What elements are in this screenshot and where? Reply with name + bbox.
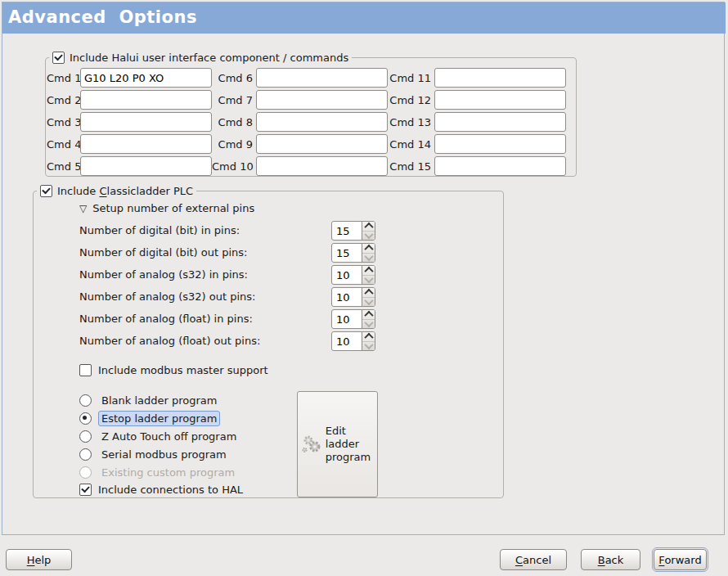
radio-selected-icon[interactable] — [79, 412, 92, 425]
analog-s32-in-pins-label: Number of analog (s32) in pins: — [79, 265, 248, 285]
digital-in-pins-spinner — [331, 221, 375, 241]
cmd-10-input[interactable] — [256, 156, 388, 176]
cmd-10-label: Cmd 10 — [212, 160, 256, 173]
cmd-1-input[interactable] — [80, 68, 212, 88]
back-button[interactable]: Back — [581, 549, 640, 570]
cmd-2-label: Cmd 2 — [47, 94, 80, 106]
advanced-options-window: { "window": { "title": "Advanced Options… — [0, 0, 728, 576]
analog-s32-out-pins-label: Number of analog (s32) out pins: — [79, 287, 255, 307]
digital-out-pins-label: Number of digital (bit) out pins: — [79, 243, 247, 263]
radio-blank-ladder[interactable]: Blank ladder program — [79, 393, 220, 407]
chevron-down-icon — [364, 252, 373, 261]
modbus-master-checkbox-row[interactable]: Include modbus master support — [79, 362, 268, 377]
cmd-4-input[interactable] — [80, 134, 212, 154]
cmd-6-label: Cmd 6 — [212, 72, 256, 84]
radio-icon[interactable] — [79, 394, 92, 407]
digital-in-pins-label: Number of digital (bit) in pins: — [79, 221, 240, 241]
expander-label: Setup number of external pins — [92, 202, 254, 214]
cmd-7-input[interactable] — [256, 90, 388, 110]
analog-float-out-pins-spinner — [331, 331, 375, 351]
cmd-3-label: Cmd 3 — [47, 116, 80, 128]
radio-disabled-icon — [79, 466, 92, 479]
analog-s32-in-pins-input[interactable] — [332, 266, 362, 284]
spin-down-button[interactable] — [362, 298, 375, 307]
chevron-down-icon — [364, 296, 373, 305]
cmd-14-label: Cmd 14 — [388, 138, 434, 151]
modbus-master-label: Include modbus master support — [98, 364, 268, 376]
radio-estop-ladder[interactable]: Estop ladder program — [79, 411, 220, 425]
cmd-5-label: Cmd 5 — [47, 160, 80, 173]
halui-checkbox[interactable] — [52, 52, 65, 64]
radio-label: Blank ladder program — [98, 393, 220, 408]
chevron-down-icon — [364, 340, 373, 349]
analog-float-out-pins-input[interactable] — [332, 332, 362, 350]
spin-down-button[interactable] — [362, 254, 375, 263]
classicladder-fieldset: Include Classicladder PLC ▽ Setup number… — [33, 191, 504, 498]
cmd-6-input[interactable] — [256, 68, 388, 88]
spin-down-button[interactable] — [362, 276, 375, 285]
cmd-4-label: Cmd 4 — [47, 138, 80, 151]
analog-s32-out-pins-input[interactable] — [332, 288, 362, 306]
chevron-down-icon — [364, 230, 373, 239]
digital-in-pins-input[interactable] — [332, 222, 362, 240]
spin-down-button[interactable] — [362, 320, 375, 329]
header-bar: Advanced Options — [2, 2, 726, 34]
radio-label: Serial modbus program — [98, 447, 230, 462]
spin-down-button[interactable] — [362, 232, 375, 241]
classicladder-legend: Include Classicladder PLC — [37, 184, 196, 198]
halui-command-grid: Cmd 1 Cmd 6 Cmd 11 Cmd 2 Cmd 7 Cmd 12 Cm… — [47, 68, 566, 176]
radio-icon[interactable] — [79, 448, 92, 461]
edit-ladder-program-label: Edit ladder program — [326, 425, 377, 465]
hal-connections-checkbox-row[interactable]: Include connections to HAL — [79, 482, 243, 497]
hal-connections-checkbox[interactable] — [79, 484, 92, 496]
cmd-2-input[interactable] — [80, 90, 212, 110]
cmd-13-label: Cmd 13 — [388, 116, 434, 128]
digital-out-pins-input[interactable] — [332, 244, 362, 262]
analog-float-in-pins-input[interactable] — [332, 310, 362, 328]
cmd-8-label: Cmd 8 — [212, 116, 256, 128]
halui-legend-label: Include Halui user interface component /… — [70, 52, 348, 64]
cmd-8-input[interactable] — [256, 112, 388, 132]
radio-label: Existing custom program — [98, 465, 238, 480]
analog-float-in-pins-label: Number of analog (float) in pins: — [79, 309, 253, 329]
cmd-9-input[interactable] — [256, 134, 388, 154]
radio-icon[interactable] — [79, 430, 92, 443]
cmd-14-input[interactable] — [434, 134, 566, 154]
cmd-1-label: Cmd 1 — [47, 72, 80, 84]
cmd-9-label: Cmd 9 — [212, 138, 256, 151]
cmd-13-input[interactable] — [434, 112, 566, 132]
radio-serial-modbus[interactable]: Serial modbus program — [79, 447, 230, 461]
cmd-5-input[interactable] — [80, 156, 212, 176]
cmd-7-label: Cmd 7 — [212, 94, 256, 106]
radio-z-auto-touch-off[interactable]: Z Auto Touch off program — [79, 429, 240, 443]
edit-ladder-program-button[interactable]: Edit ladder program — [297, 391, 378, 497]
spin-down-button[interactable] — [362, 342, 375, 351]
cmd-11-label: Cmd 11 — [388, 72, 434, 84]
classicladder-checkbox[interactable] — [40, 185, 52, 197]
expander-open-icon: ▽ — [79, 204, 87, 214]
modbus-master-checkbox[interactable] — [79, 364, 92, 376]
help-button[interactable]: Help — [6, 549, 72, 570]
chevron-down-icon — [364, 318, 373, 327]
forward-button[interactable]: Forward — [654, 549, 707, 570]
cmd-15-input[interactable] — [434, 156, 566, 176]
radio-label: Estop ladder program — [98, 411, 220, 426]
cmd-11-input[interactable] — [434, 68, 566, 88]
halui-legend: Include Halui user interface component /… — [49, 51, 352, 65]
cmd-12-input[interactable] — [434, 90, 566, 110]
analog-s32-in-pins-spinner — [331, 265, 375, 285]
cancel-button[interactable]: Cancel — [500, 549, 567, 570]
cmd-15-label: Cmd 15 — [388, 160, 434, 173]
radio-existing-custom: Existing custom program — [79, 465, 238, 479]
page-title: Advanced Options — [8, 7, 197, 27]
radio-label: Z Auto Touch off program — [98, 429, 240, 444]
cmd-3-input[interactable] — [80, 112, 212, 132]
external-pins-expander[interactable]: ▽ Setup number of external pins — [79, 202, 254, 214]
analog-s32-out-pins-spinner — [331, 287, 375, 307]
digital-out-pins-spinner — [331, 243, 375, 263]
hal-connections-label: Include connections to HAL — [98, 484, 243, 496]
gears-icon — [301, 433, 324, 456]
analog-float-out-pins-label: Number of analog (float) out pins: — [79, 331, 260, 351]
classicladder-legend-label: Include Classicladder PLC — [57, 185, 193, 197]
halui-fieldset: Include Halui user interface component /… — [45, 57, 577, 177]
